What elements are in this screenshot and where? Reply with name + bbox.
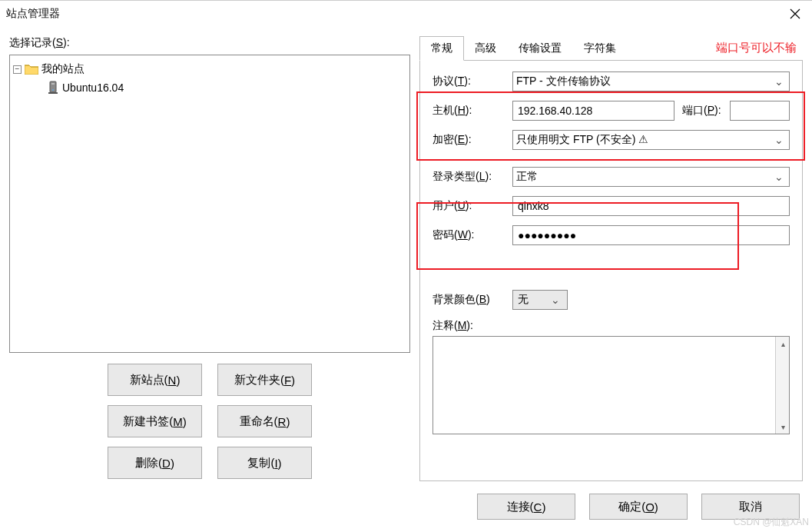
memo-textarea[interactable]: ▴ ▾ <box>433 336 790 434</box>
folder-icon <box>25 64 38 75</box>
connect-button[interactable]: 连接(C) <box>477 494 575 520</box>
site-tree[interactable]: − 我的站点 Ubuntu16.04 <box>9 55 410 353</box>
window-title: 站点管理器 <box>6 7 778 21</box>
new-site-button[interactable]: 新站点(N) <box>108 364 202 396</box>
scrollbar[interactable]: ▴ ▾ <box>775 337 789 434</box>
user-input[interactable] <box>512 196 790 216</box>
select-record-label: 选择记录(S): <box>9 36 410 50</box>
label-text: 选择记录( <box>9 36 56 48</box>
user-label: 用户(U): <box>433 199 512 213</box>
logon-type-value: 正常 <box>516 170 538 184</box>
svg-rect-1 <box>51 83 55 85</box>
tab-general[interactable]: 常规 <box>419 36 464 61</box>
ok-button[interactable]: 确定(O) <box>589 494 688 520</box>
new-folder-button[interactable]: 新文件夹(F) <box>217 364 312 396</box>
annotation-port: 端口号可以不输 <box>716 41 797 55</box>
password-input[interactable] <box>512 225 790 245</box>
protocol-value: FTP - 文件传输协议 <box>516 75 611 88</box>
rename-button[interactable]: 重命名(R) <box>217 405 312 437</box>
tab-transfer[interactable]: 传输设置 <box>507 36 573 61</box>
svg-point-2 <box>52 89 54 91</box>
bg-color-select[interactable]: 无 ⌄ <box>512 290 568 310</box>
expander-icon[interactable]: − <box>13 65 22 74</box>
label-hotkey: S <box>56 36 63 48</box>
tab-advanced[interactable]: 高级 <box>463 36 508 61</box>
tree-child-row[interactable]: Ubuntu16.04 <box>13 78 406 97</box>
protocol-label: 协议(T): <box>433 75 512 88</box>
logon-type-label: 登录类型(L): <box>433 170 512 184</box>
tree-child-label: Ubuntu16.04 <box>62 81 124 94</box>
tab-charset[interactable]: 字符集 <box>572 36 628 61</box>
server-icon <box>47 81 59 95</box>
port-label: 端口(P): <box>682 104 730 118</box>
memo-label: 注释(M): <box>433 319 790 333</box>
copy-button[interactable]: 复制(I) <box>217 447 312 479</box>
cancel-button[interactable]: 取消 <box>701 494 800 520</box>
delete-button[interactable]: 删除(D) <box>108 447 202 479</box>
host-label: 主机(H): <box>433 104 512 118</box>
bg-color-value: 无 <box>518 293 549 307</box>
scroll-down-icon[interactable]: ▾ <box>776 420 790 434</box>
scroll-up-icon[interactable]: ▴ <box>776 337 790 351</box>
encrypt-label: 加密(E): <box>433 133 512 147</box>
tab-panel-general: 协议(T): FTP - 文件传输协议 ⌄ 主机(H): 端口(P): 加密(E… <box>419 60 803 481</box>
protocol-select[interactable]: FTP - 文件传输协议 ⌄ <box>512 71 790 91</box>
titlebar: 站点管理器 <box>0 1 812 27</box>
password-label: 密码(W): <box>433 228 512 242</box>
encrypt-value: 只使用明文 FTP (不安全) ⚠ <box>516 133 648 147</box>
encrypt-select[interactable]: 只使用明文 FTP (不安全) ⚠ ⌄ <box>512 130 790 150</box>
logon-type-select[interactable]: 正常 ⌄ <box>512 167 790 187</box>
new-bookmark-button[interactable]: 新建书签(M) <box>108 405 202 437</box>
svg-rect-3 <box>48 92 58 94</box>
chevron-down-icon: ⌄ <box>549 294 562 306</box>
port-input[interactable] <box>730 101 790 121</box>
chevron-down-icon: ⌄ <box>772 134 786 146</box>
close-button[interactable] <box>778 1 812 27</box>
tree-root-row[interactable]: − 我的站点 <box>13 60 406 78</box>
host-input[interactable] <box>512 101 674 121</box>
tree-root-label: 我的站点 <box>41 62 85 76</box>
chevron-down-icon: ⌄ <box>772 171 786 183</box>
close-icon <box>790 8 800 19</box>
label-text: ): <box>63 36 70 48</box>
bg-color-label: 背景颜色(B) <box>433 293 512 307</box>
chevron-down-icon: ⌄ <box>772 75 786 88</box>
